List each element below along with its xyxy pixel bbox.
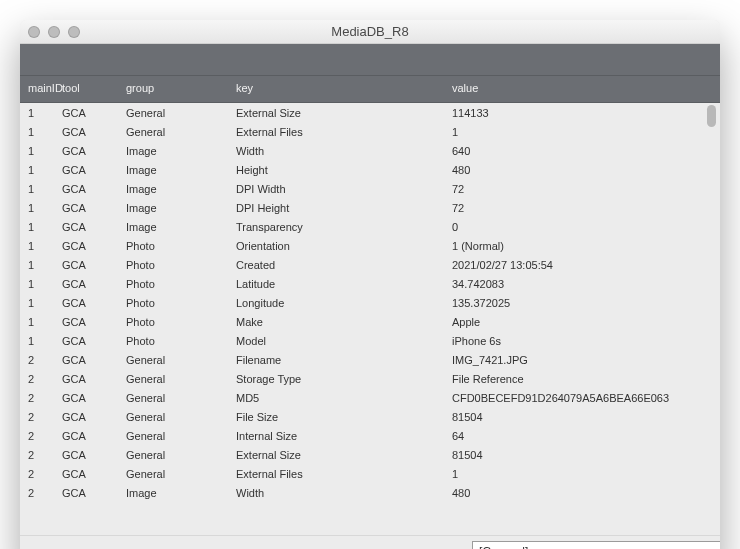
cell-mainid: 2 <box>20 468 62 480</box>
cell-key: External Size <box>236 449 452 461</box>
column-header-group[interactable]: group <box>126 82 236 94</box>
cell-mainid: 1 <box>20 164 62 176</box>
table-row[interactable]: 1GCAPhotoLongitude135.372025 <box>20 293 720 312</box>
cell-value: 480 <box>452 164 720 176</box>
cell-tool: GCA <box>62 373 126 385</box>
table-row[interactable]: 1GCAImageTransparency0 <box>20 217 720 236</box>
table-row[interactable]: 2GCAGeneralStorage TypeFile Reference <box>20 369 720 388</box>
cell-tool: GCA <box>62 278 126 290</box>
cell-tool: GCA <box>62 487 126 499</box>
column-header-tool[interactable]: tool <box>62 82 126 94</box>
table-row[interactable]: 1GCAPhotoCreated2021/02/27 13:05:54 <box>20 255 720 274</box>
cell-key: External Files <box>236 126 452 138</box>
cell-tool: GCA <box>62 392 126 404</box>
cell-group: General <box>126 468 236 480</box>
cell-value: 0 <box>452 221 720 233</box>
table-row[interactable]: 2GCAGeneralExternal Size81504 <box>20 445 720 464</box>
cell-value: 2021/02/27 13:05:54 <box>452 259 720 271</box>
cell-tool: GCA <box>62 449 126 461</box>
cell-tool: GCA <box>62 411 126 423</box>
cell-value: 34.742083 <box>452 278 720 290</box>
cell-group: General <box>126 126 236 138</box>
cell-value: 480 <box>452 487 720 499</box>
cell-mainid: 1 <box>20 202 62 214</box>
cell-mainid: 1 <box>20 240 62 252</box>
cell-group: Photo <box>126 240 236 252</box>
close-icon[interactable] <box>28 26 40 38</box>
table-row[interactable]: 2GCAGeneralInternal Size64 <box>20 426 720 445</box>
table-row[interactable]: 2GCAGeneralMD5CFD0BECEFD91D264079A5A6BEA… <box>20 388 720 407</box>
cell-mainid: 1 <box>20 297 62 309</box>
cell-key: Internal Size <box>236 430 452 442</box>
table-row[interactable]: 1GCAImageHeight480 <box>20 160 720 179</box>
cell-key: DPI Width <box>236 183 452 195</box>
table-row[interactable]: 2GCAImageWidth480 <box>20 483 720 502</box>
cell-key: Width <box>236 145 452 157</box>
table-body[interactable]: 1GCAGeneralExternal Size1141331GCAGenera… <box>20 103 720 535</box>
scroll-thumb[interactable] <box>707 105 716 127</box>
cell-key: Storage Type <box>236 373 452 385</box>
cell-key: Orientation <box>236 240 452 252</box>
table-row[interactable]: 2GCAGeneralFile Size81504 <box>20 407 720 426</box>
cell-tool: GCA <box>62 468 126 480</box>
cell-group: General <box>126 354 236 366</box>
cell-value: 81504 <box>452 449 720 461</box>
cell-key: Latitude <box>236 278 452 290</box>
cell-tool: GCA <box>62 183 126 195</box>
cell-mainid: 2 <box>20 354 62 366</box>
cell-mainid: 2 <box>20 430 62 442</box>
cell-mainid: 2 <box>20 487 62 499</box>
cell-tool: GCA <box>62 221 126 233</box>
table-row[interactable]: 1GCAPhotoModeliPhone 6s <box>20 331 720 350</box>
table-row[interactable]: 1GCAImageDPI Width72 <box>20 179 720 198</box>
cell-mainid: 1 <box>20 278 62 290</box>
cell-mainid: 2 <box>20 411 62 423</box>
table-row[interactable]: 1GCAPhotoLatitude34.742083 <box>20 274 720 293</box>
cell-group: Photo <box>126 278 236 290</box>
cell-key: Width <box>236 487 452 499</box>
cell-group: Photo <box>126 335 236 347</box>
minimize-icon[interactable] <box>48 26 60 38</box>
cell-group: Image <box>126 164 236 176</box>
cell-key: Created <box>236 259 452 271</box>
cell-group: Photo <box>126 297 236 309</box>
cell-value: 1 <box>452 468 720 480</box>
cell-key: MD5 <box>236 392 452 404</box>
cell-mainid: 2 <box>20 373 62 385</box>
cell-key: Transparency <box>236 221 452 233</box>
table-row[interactable]: 1GCAPhotoOrientation1 (Normal) <box>20 236 720 255</box>
table-row[interactable]: 1GCAGeneralExternal Files1 <box>20 122 720 141</box>
table-row[interactable]: 1GCAGeneralExternal Size114133 <box>20 103 720 122</box>
cell-tool: GCA <box>62 126 126 138</box>
cell-value: Apple <box>452 316 720 328</box>
column-header-value[interactable]: value <box>452 82 720 94</box>
cell-group: General <box>126 107 236 119</box>
cell-mainid: 1 <box>20 316 62 328</box>
table-row[interactable]: 1GCAImageWidth640 <box>20 141 720 160</box>
filter-input[interactable] <box>472 541 720 549</box>
cell-value: 1 (Normal) <box>452 240 720 252</box>
cell-value: 81504 <box>452 411 720 423</box>
cell-group: Image <box>126 145 236 157</box>
zoom-icon[interactable] <box>68 26 80 38</box>
cell-key: External Files <box>236 468 452 480</box>
cell-value: 72 <box>452 202 720 214</box>
cell-mainid: 1 <box>20 107 62 119</box>
scrollbar[interactable] <box>704 105 718 533</box>
cell-value: 72 <box>452 183 720 195</box>
window-title: MediaDB_R8 <box>20 24 720 39</box>
table-row[interactable]: 2GCAGeneralFilenameIMG_7421.JPG <box>20 350 720 369</box>
table-row[interactable]: 1GCAPhotoMakeApple <box>20 312 720 331</box>
cell-key: Make <box>236 316 452 328</box>
table-row[interactable]: 2GCAGeneralExternal Files1 <box>20 464 720 483</box>
cell-tool: GCA <box>62 316 126 328</box>
column-header-mainid[interactable]: mainID <box>20 82 62 94</box>
titlebar: MediaDB_R8 <box>20 20 720 44</box>
cell-value: File Reference <box>452 373 720 385</box>
cell-key: Model <box>236 335 452 347</box>
cell-group: Image <box>126 183 236 195</box>
cell-group: General <box>126 430 236 442</box>
cell-group: Image <box>126 221 236 233</box>
column-header-key[interactable]: key <box>236 82 452 94</box>
table-row[interactable]: 1GCAImageDPI Height72 <box>20 198 720 217</box>
